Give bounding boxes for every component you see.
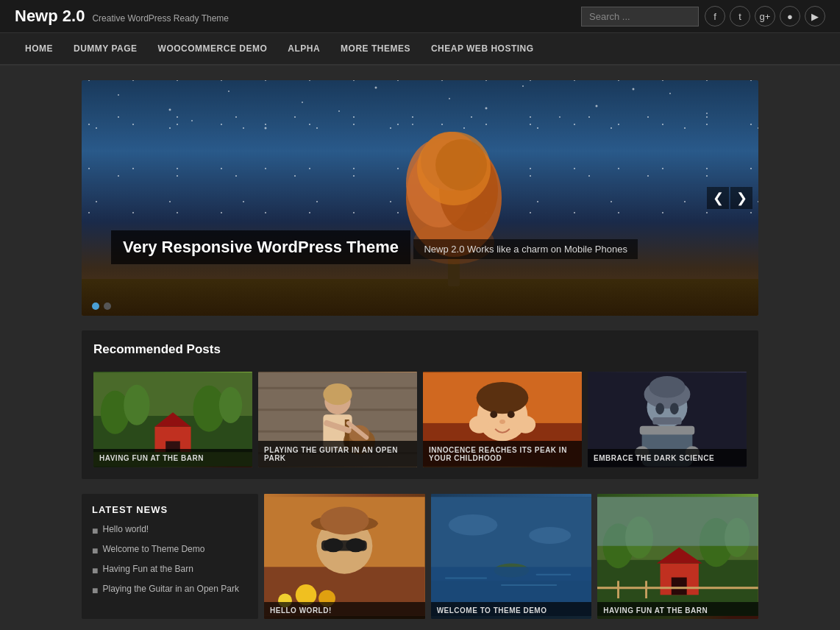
- svg-point-28: [124, 385, 149, 425]
- recommended-grid: HAVING FUN AT THE BARN: [93, 372, 747, 467]
- svg-rect-101: [597, 497, 758, 546]
- svg-point-8: [669, 93, 671, 94]
- news-card-label-3: HAVING FUN AT THE BARN: [597, 602, 758, 619]
- news-card-having-fun[interactable]: HAVING FUN AT THE BARN: [597, 494, 758, 619]
- twitter-icon[interactable]: t: [730, 6, 750, 26]
- header-branding: Newp 2.0 Creative WordPress Ready Theme: [15, 7, 229, 26]
- nav-cheap-hosting[interactable]: CHEAP WEB HOSTING: [421, 33, 544, 64]
- news-card-bg-1: [264, 494, 425, 619]
- svg-point-5: [449, 98, 450, 99]
- nav-home[interactable]: HOME: [15, 33, 63, 64]
- slider-next-button[interactable]: ❯: [730, 187, 752, 209]
- rec-card-barn[interactable]: HAVING FUN AT THE BARN: [93, 372, 252, 467]
- svg-point-4: [375, 87, 377, 89]
- hero-caption: Very Responsive WordPress Theme Newp 2.0…: [111, 230, 638, 264]
- news-card-bg-3: [597, 494, 758, 619]
- header-right: f t g+ ● ▶: [581, 6, 825, 26]
- hero-background: Very Responsive WordPress Theme Newp 2.0…: [82, 80, 758, 316]
- news-bullet-1: ■: [92, 525, 98, 537]
- news-label-1: Hello world!: [102, 524, 149, 534]
- news-card-theme-demo[interactable]: WELCOME TO THEME DEMO: [431, 494, 592, 619]
- svg-point-2: [228, 91, 229, 92]
- svg-point-11: [559, 116, 560, 118]
- latest-sidebar: LATEST NEWS ■ Hello world! ■ Welcome to …: [82, 494, 258, 619]
- youtube-icon[interactable]: ▶: [805, 6, 825, 26]
- svg-point-0: [118, 94, 119, 96]
- news-bullet-2: ■: [92, 545, 98, 556]
- svg-point-57: [516, 416, 535, 433]
- svg-point-55: [499, 420, 505, 424]
- nav-more-themes[interactable]: MORE THEMES: [330, 33, 421, 64]
- svg-point-24: [435, 139, 487, 191]
- svg-point-63: [670, 403, 679, 414]
- recommended-title: Recommended Posts: [93, 342, 747, 361]
- social-icons: f t g+ ● ▶: [705, 6, 825, 26]
- rec-card-dark-science[interactable]: EMBRACE THE DARK SCIENCE: [588, 372, 747, 467]
- svg-point-53: [490, 411, 497, 418]
- svg-point-88: [529, 527, 571, 544]
- svg-point-7: [596, 105, 598, 107]
- news-item-3[interactable]: ■ Having Fun at the Barn: [92, 564, 248, 576]
- hello-world-image: [264, 494, 425, 619]
- svg-point-1: [169, 109, 171, 111]
- nav-dummy-page[interactable]: DUMMY PAGE: [63, 33, 148, 64]
- news-label-4: Playing the Guitar in an Open Park: [102, 584, 238, 594]
- news-item-1[interactable]: ■ Hello world!: [92, 524, 248, 537]
- slider-dot-1[interactable]: [92, 302, 99, 310]
- svg-point-10: [633, 88, 635, 91]
- main-content: Very Responsive WordPress Theme Newp 2.0…: [74, 80, 766, 619]
- rec-card-guitar[interactable]: PLAYING THE GUITAR IN AN OPEN PARK: [258, 372, 417, 467]
- svg-point-74: [346, 538, 366, 552]
- rec-label-childhood: INNOCENCE REACHES ITS PEAK IN YOUR CHILD…: [423, 441, 582, 467]
- svg-point-62: [655, 403, 664, 414]
- news-card-label-1: HELLO WORLD!: [264, 602, 425, 619]
- rec-label-barn: HAVING FUN AT THE BARN: [93, 449, 252, 467]
- svg-rect-97: [672, 578, 687, 595]
- having-fun-image: [597, 494, 758, 619]
- svg-point-12: [191, 120, 193, 121]
- svg-rect-64: [652, 417, 681, 425]
- svg-point-9: [706, 113, 708, 114]
- news-label-3: Having Fun at the Barn: [102, 564, 193, 574]
- svg-rect-85: [501, 584, 557, 586]
- news-item-4[interactable]: ■ Playing the Guitar in an Open Park: [92, 584, 248, 596]
- slider-dots: [92, 302, 111, 310]
- news-label-2: Welcome to Theme Demo: [102, 544, 204, 554]
- svg-point-42: [323, 383, 352, 405]
- instagram-icon[interactable]: ●: [780, 6, 800, 26]
- svg-point-52: [477, 382, 529, 414]
- hero-subtitle: Newp 2.0 Works like a charm on Mobile Ph…: [413, 239, 638, 259]
- svg-point-30: [219, 387, 242, 423]
- facebook-icon[interactable]: f: [705, 6, 725, 26]
- search-input[interactable]: [581, 7, 699, 26]
- news-item-2[interactable]: ■ Welcome to Theme Demo: [92, 544, 248, 556]
- svg-point-3: [302, 102, 303, 103]
- rec-card-childhood[interactable]: INNOCENCE REACHES ITS PEAK IN YOUR CHILD…: [423, 372, 582, 467]
- news-card-label-2: WELCOME TO THEME DEMO: [431, 602, 592, 619]
- latest-news-section: LATEST NEWS ■ Hello world! ■ Welcome to …: [82, 494, 758, 619]
- site-title: Newp 2.0: [15, 7, 85, 26]
- news-card-hello-world[interactable]: HELLO WORLD!: [264, 494, 425, 619]
- latest-news-title: LATEST NEWS: [92, 504, 248, 515]
- site-header: Newp 2.0 Creative WordPress Ready Theme …: [0, 0, 840, 33]
- nav-alpha[interactable]: ALPHA: [277, 33, 330, 64]
- recommended-posts-section: Recommended Posts: [82, 330, 758, 479]
- rec-label-guitar: PLAYING THE GUITAR IN AN OPEN PARK: [258, 441, 417, 467]
- svg-point-73: [324, 538, 344, 552]
- svg-point-54: [508, 411, 515, 418]
- theme-demo-image: [431, 494, 592, 619]
- slider-prev-button[interactable]: ❮: [707, 187, 729, 209]
- googleplus-icon[interactable]: g+: [755, 6, 775, 26]
- nav-woocommerce[interactable]: WOOCOMMERCE DEMO: [148, 33, 278, 64]
- svg-point-14: [338, 110, 340, 112]
- svg-rect-66: [640, 426, 695, 435]
- hero-slider: Very Responsive WordPress Theme Newp 2.0…: [82, 80, 758, 316]
- site-tagline: Creative WordPress Ready Theme: [92, 13, 229, 24]
- svg-point-61: [649, 376, 685, 397]
- svg-point-13: [265, 127, 267, 130]
- slider-dot-2[interactable]: [104, 302, 111, 310]
- hero-title: Very Responsive WordPress Theme: [111, 230, 410, 264]
- svg-point-6: [522, 85, 524, 87]
- svg-point-76: [320, 507, 369, 535]
- news-bullet-4: ■: [92, 584, 98, 596]
